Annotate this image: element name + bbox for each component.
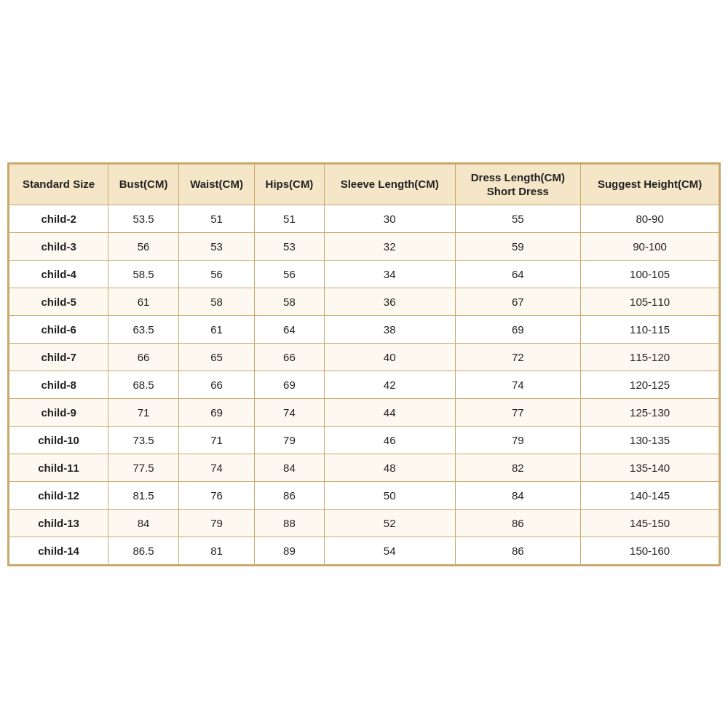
table-row: child-97169744477125-130 [9, 398, 719, 426]
cell-value: 44 [324, 398, 455, 426]
cell-value: 56 [255, 260, 325, 288]
header-dress-length: Dress Length(CM)Short Dress [455, 164, 581, 205]
cell-value: 81 [178, 537, 254, 564]
cell-value: 46 [324, 426, 455, 454]
cell-size: child-4 [9, 260, 108, 288]
cell-value: 86.5 [108, 537, 179, 564]
cell-value: 53 [178, 232, 254, 260]
header-standard-size: Standard Size [9, 164, 108, 205]
table-row: child-663.561643869110-115 [9, 315, 719, 343]
cell-value: 74 [455, 371, 581, 398]
cell-value: 77 [455, 398, 581, 426]
table-row: child-253.55151305580-90 [9, 205, 719, 232]
table-row: child-3565353325990-100 [9, 232, 719, 260]
table-header-row: Standard Size Bust(CM) Waist(CM) Hips(CM… [9, 164, 719, 205]
cell-size: child-3 [9, 232, 108, 260]
table-row: child-1177.574844882135-140 [9, 454, 719, 481]
cell-value: 42 [324, 371, 455, 398]
cell-value: 135-140 [581, 454, 719, 481]
cell-value: 61 [178, 315, 254, 343]
table-row: child-1486.581895486150-160 [9, 537, 719, 564]
cell-value: 82 [455, 454, 581, 481]
cell-value: 88 [255, 509, 325, 537]
size-chart-table-wrapper: Standard Size Bust(CM) Waist(CM) Hips(CM… [7, 162, 721, 566]
cell-value: 125-130 [581, 398, 719, 426]
cell-value: 115-120 [581, 343, 719, 371]
cell-value: 66 [178, 371, 254, 398]
cell-value: 76 [178, 481, 254, 509]
cell-size: child-9 [9, 398, 108, 426]
cell-value: 56 [108, 232, 179, 260]
cell-value: 30 [324, 205, 455, 232]
cell-value: 40 [324, 343, 455, 371]
table-row: child-868.566694274120-125 [9, 371, 719, 398]
cell-value: 64 [455, 260, 581, 288]
cell-size: child-5 [9, 288, 108, 315]
cell-value: 79 [178, 509, 254, 537]
cell-value: 100-105 [581, 260, 719, 288]
header-waist: Waist(CM) [178, 164, 254, 205]
table-row: child-1281.576865084140-145 [9, 481, 719, 509]
cell-value: 55 [455, 205, 581, 232]
cell-value: 51 [255, 205, 325, 232]
cell-value: 74 [178, 454, 254, 481]
cell-value: 53 [255, 232, 325, 260]
cell-value: 65 [178, 343, 254, 371]
cell-value: 105-110 [581, 288, 719, 315]
cell-value: 81.5 [108, 481, 179, 509]
cell-value: 51 [178, 205, 254, 232]
cell-value: 145-150 [581, 509, 719, 537]
cell-value: 34 [324, 260, 455, 288]
size-chart-table: Standard Size Bust(CM) Waist(CM) Hips(CM… [9, 164, 719, 565]
cell-value: 69 [178, 398, 254, 426]
table-row: child-138479885286145-150 [9, 509, 719, 537]
header-sleeve-length: Sleeve Length(CM) [324, 164, 455, 205]
cell-value: 150-160 [581, 537, 719, 564]
cell-value: 48 [324, 454, 455, 481]
cell-value: 80-90 [581, 205, 719, 232]
cell-size: child-13 [9, 509, 108, 537]
cell-size: child-8 [9, 371, 108, 398]
cell-value: 86 [255, 481, 325, 509]
cell-value: 86 [455, 537, 581, 564]
cell-value: 84 [255, 454, 325, 481]
cell-value: 58 [255, 288, 325, 315]
cell-value: 110-115 [581, 315, 719, 343]
cell-value: 53.5 [108, 205, 179, 232]
cell-value: 84 [108, 509, 179, 537]
cell-value: 54 [324, 537, 455, 564]
cell-value: 68.5 [108, 371, 179, 398]
header-hips: Hips(CM) [255, 164, 325, 205]
table-row: child-458.556563464100-105 [9, 260, 719, 288]
cell-value: 73.5 [108, 426, 179, 454]
cell-value: 71 [108, 398, 179, 426]
cell-value: 67 [455, 288, 581, 315]
cell-value: 140-145 [581, 481, 719, 509]
cell-value: 86 [455, 509, 581, 537]
table-row: child-76665664072115-120 [9, 343, 719, 371]
cell-value: 79 [455, 426, 581, 454]
cell-value: 77.5 [108, 454, 179, 481]
cell-value: 59 [455, 232, 581, 260]
table-row: child-1073.571794679130-135 [9, 426, 719, 454]
header-suggest-height: Suggest Height(CM) [581, 164, 719, 205]
size-chart-container: Standard Size Bust(CM) Waist(CM) Hips(CM… [7, 162, 721, 566]
cell-value: 64 [255, 315, 325, 343]
cell-value: 58.5 [108, 260, 179, 288]
cell-value: 69 [455, 315, 581, 343]
cell-value: 130-135 [581, 426, 719, 454]
cell-value: 66 [255, 343, 325, 371]
cell-size: child-14 [9, 537, 108, 564]
cell-value: 69 [255, 371, 325, 398]
cell-value: 72 [455, 343, 581, 371]
cell-size: child-7 [9, 343, 108, 371]
cell-value: 71 [178, 426, 254, 454]
cell-value: 120-125 [581, 371, 719, 398]
header-bust: Bust(CM) [108, 164, 179, 205]
cell-size: child-11 [9, 454, 108, 481]
cell-value: 38 [324, 315, 455, 343]
cell-value: 32 [324, 232, 455, 260]
cell-value: 84 [455, 481, 581, 509]
cell-value: 74 [255, 398, 325, 426]
table-row: child-56158583667105-110 [9, 288, 719, 315]
